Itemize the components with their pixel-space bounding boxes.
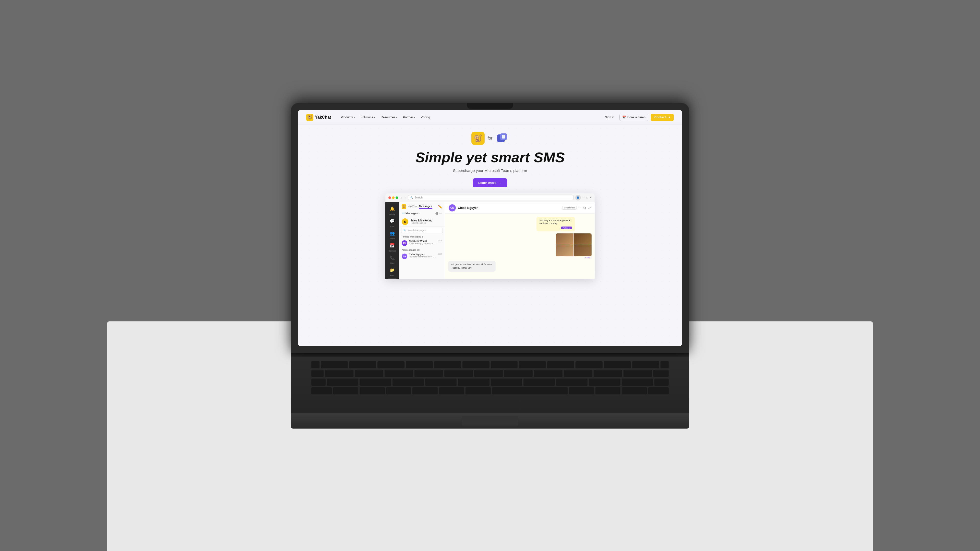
- nav-link-pricing[interactable]: Pricing: [418, 114, 433, 121]
- expand-icon[interactable]: ⤢: [588, 206, 591, 210]
- msg-name-chloe: Chloe Nguyen: [409, 253, 436, 256]
- msg-time-elizabeth: 11:30: [438, 240, 442, 241]
- key: [604, 361, 631, 368]
- contact-item-sales[interactable]: S Sales & Marketing +10 224 466 544: [399, 217, 445, 227]
- key: [593, 370, 622, 377]
- key: [504, 370, 533, 377]
- files-label: Files: [390, 275, 394, 276]
- key: [491, 379, 522, 386]
- key: [458, 379, 489, 386]
- key: [311, 387, 332, 394]
- msg-preview-elizabeth: It was a really good Monday for...: [409, 242, 436, 245]
- laptop-touchpad[interactable]: [462, 416, 518, 426]
- key: [519, 361, 546, 368]
- restore-icon[interactable]: □: [587, 196, 588, 199]
- maximize-button[interactable]: [396, 197, 398, 199]
- laptop-notch: [467, 103, 513, 109]
- learn-more-button[interactable]: Learn more →: [473, 178, 508, 187]
- chat-message-2: Seen ✓: [556, 233, 592, 259]
- key: [311, 370, 324, 377]
- key: [569, 387, 594, 394]
- filter-icon: 📨: [402, 212, 405, 215]
- nav-links: Products ▾ Solutions ▾ Resources ▾: [338, 114, 602, 121]
- message-item-elizabeth[interactable]: EW Elizabeth Wright It was a really good…: [399, 238, 445, 247]
- minimize-icon[interactable]: —: [582, 196, 585, 199]
- key: [386, 387, 411, 394]
- sidebar-item-chat[interactable]: 💬 Chat: [388, 217, 397, 227]
- book-demo-button[interactable]: 📅 Book a demo: [619, 114, 648, 121]
- arrow-icon: →: [498, 181, 502, 185]
- teams-icon: 👥: [388, 229, 397, 238]
- sidebar-item-teams[interactable]: 👥 Teams: [388, 229, 397, 240]
- contact-us-button[interactable]: Contact us: [651, 114, 674, 121]
- sidebar-item-yakchat[interactable]: 🐒 YakChat: [388, 278, 397, 279]
- key: [321, 361, 348, 368]
- sidebar-item-activity[interactable]: 🔔 Activity: [388, 204, 397, 215]
- add-button[interactable]: ⊕: [435, 211, 438, 216]
- forward-button[interactable]: ›: [404, 196, 407, 199]
- search-icon: 🔍: [404, 229, 406, 232]
- bubble-outgoing-1: Working and the arrangement we have curr…: [536, 217, 575, 232]
- signin-button[interactable]: Sign in: [603, 114, 617, 121]
- key: [385, 370, 413, 377]
- search-icon: 🔍: [410, 197, 413, 199]
- image-content: [556, 233, 592, 256]
- key: [414, 370, 443, 377]
- chat-area: CN Chloe Nguyen Confidential ⋯ ⚙: [445, 202, 595, 279]
- follow-up-button[interactable]: Follow up: [561, 227, 572, 229]
- sidebar-item-calls[interactable]: 📞 Calls: [388, 253, 397, 264]
- chat-label: Chat: [390, 225, 394, 227]
- more-options-button[interactable]: ⋯: [578, 206, 582, 210]
- hero-subtitle: Supercharge your Microsoft Teams platfor…: [453, 168, 527, 173]
- website: 🐒 YakChat Products ▾ Solutions ▾: [298, 110, 682, 346]
- message-item-chloe[interactable]: CN Chloe Nguyen Happy to hear that Chloe…: [399, 252, 445, 260]
- laptop-screen-lid: 🐒 YakChat Products ▾ Solutions ▾: [291, 103, 689, 353]
- nav-link-products[interactable]: Products ▾: [338, 114, 357, 121]
- close-button[interactable]: [388, 197, 391, 199]
- chat-contact-name: Chloe Nguyen: [458, 206, 479, 210]
- compose-button[interactable]: ✏️: [438, 205, 442, 209]
- mockup-titlebar: ‹ › 🔍 Search 👤 — □: [385, 193, 595, 202]
- key: [325, 370, 353, 377]
- activity-icon: 🔔: [388, 204, 397, 213]
- chat-avatar-initials: CN: [450, 206, 454, 209]
- minimize-button[interactable]: [392, 197, 395, 199]
- key: [434, 361, 461, 368]
- key: [474, 370, 503, 377]
- img-cell-3: [556, 245, 573, 256]
- user-avatar[interactable]: 👤: [575, 195, 581, 200]
- navbar: 🐒 YakChat Products ▾ Solutions ▾: [298, 110, 682, 124]
- for-label: for: [488, 136, 493, 141]
- contact-info-sales: Sales & Marketing +10 224 466 544: [410, 219, 442, 224]
- more-options-icon[interactable]: ⋯: [439, 211, 442, 215]
- all-section-header: All messages 40: [399, 247, 445, 252]
- chat-icon: 💬: [388, 217, 397, 226]
- key: [576, 361, 603, 368]
- key: [564, 370, 592, 377]
- nav-link-partner[interactable]: Partner ▾: [401, 114, 417, 121]
- mockup-body: 🔔 Activity 💬 Chat 👥 T: [385, 202, 595, 279]
- back-button[interactable]: ‹: [400, 196, 403, 199]
- key: [349, 361, 376, 368]
- close-icon[interactable]: ✕: [590, 196, 592, 199]
- sidebar-item-calendar[interactable]: 📅 Calendar: [388, 241, 397, 252]
- messages-tab[interactable]: Messages: [419, 205, 433, 209]
- keyboard-row-1: [311, 361, 669, 368]
- titlebar-search[interactable]: 🔍 Search: [408, 195, 574, 200]
- nav-link-resources[interactable]: Resources ▾: [378, 114, 400, 121]
- titlebar-actions: 👤 — □ ✕: [575, 195, 592, 200]
- nav-link-solutions[interactable]: Solutions ▾: [358, 114, 378, 121]
- key: [360, 387, 385, 394]
- key: [466, 387, 491, 394]
- filter-label[interactable]: Messages: [406, 212, 418, 215]
- filter-chevron-icon: ▾: [418, 212, 420, 214]
- key: [556, 379, 587, 386]
- settings-icon[interactable]: ⚙: [583, 206, 587, 210]
- key: [355, 370, 383, 377]
- img-cell-1: [556, 233, 573, 245]
- nav-logo[interactable]: 🐒 YakChat: [306, 114, 331, 121]
- chat-message-3: Oh great! Love how the 2PM shifts went T…: [448, 261, 516, 272]
- sidebar-item-files[interactable]: 📁 Files: [388, 265, 397, 276]
- search-messages[interactable]: 🔍 Search Messages: [401, 228, 443, 233]
- logo-text: YakChat: [315, 115, 331, 120]
